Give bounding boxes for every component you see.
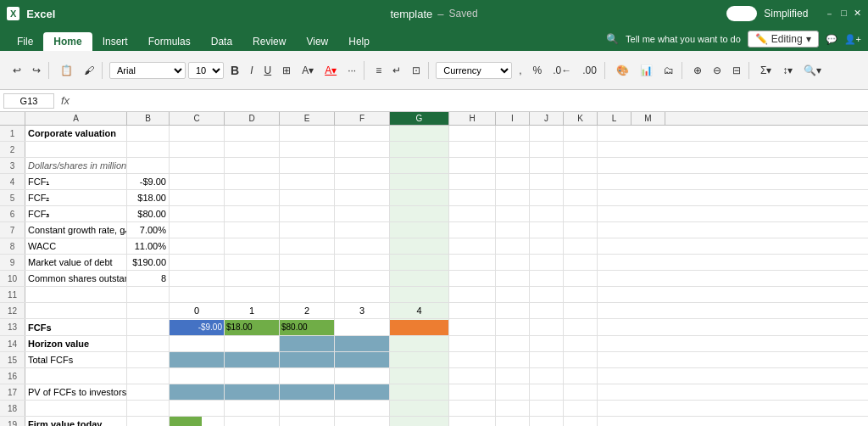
- cell-b2[interactable]: [127, 142, 170, 157]
- cell-g1[interactable]: [390, 126, 449, 141]
- cell-g17[interactable]: [390, 384, 449, 400]
- cell-i19[interactable]: [496, 417, 530, 426]
- tab-data[interactable]: Data: [201, 32, 242, 51]
- conditional-format-button[interactable]: 🎨: [612, 62, 633, 79]
- undo-button[interactable]: ↩: [8, 62, 25, 79]
- cell-h12[interactable]: [449, 303, 496, 318]
- cell-j9[interactable]: [530, 255, 564, 270]
- cell-a15[interactable]: Total FCFs: [25, 352, 127, 367]
- cell-j14[interactable]: [530, 336, 564, 351]
- cell-b7[interactable]: 7.00%: [127, 222, 170, 238]
- cell-d9[interactable]: [225, 255, 280, 270]
- cell-c17[interactable]: [170, 384, 225, 400]
- cell-c7[interactable]: [170, 222, 225, 238]
- simplified-toggle[interactable]: [726, 6, 757, 21]
- more-button[interactable]: ···: [343, 62, 360, 79]
- cell-h4[interactable]: [449, 174, 496, 189]
- fill-color-button[interactable]: A▾: [298, 62, 318, 79]
- cell-b15[interactable]: [127, 352, 170, 367]
- col-header-c[interactable]: C: [170, 112, 225, 125]
- cell-e4[interactable]: [280, 174, 335, 189]
- cell-i13[interactable]: [496, 319, 530, 335]
- cell-g7[interactable]: [390, 222, 449, 238]
- cell-k11[interactable]: [564, 287, 598, 302]
- tab-file[interactable]: File: [7, 32, 43, 51]
- cell-h18[interactable]: [449, 401, 496, 416]
- cell-b6[interactable]: $80.00: [127, 206, 170, 221]
- cell-k14[interactable]: [564, 336, 598, 351]
- cell-k13[interactable]: [564, 319, 598, 335]
- cell-j18[interactable]: [530, 401, 564, 416]
- merge-button[interactable]: ⊡: [408, 62, 425, 79]
- cell-b3[interactable]: [127, 158, 170, 173]
- cell-d18[interactable]: [225, 401, 280, 416]
- cell-i1[interactable]: [496, 126, 530, 141]
- cell-e17[interactable]: [280, 384, 335, 400]
- cell-f1[interactable]: [335, 126, 390, 141]
- cell-h5[interactable]: [449, 190, 496, 205]
- cell-d8[interactable]: [225, 238, 280, 254]
- cell-i14[interactable]: [496, 336, 530, 351]
- cell-f4[interactable]: [335, 174, 390, 189]
- cell-e16[interactable]: [280, 368, 335, 384]
- cell-k18[interactable]: [564, 401, 598, 416]
- cell-b19[interactable]: [127, 417, 170, 426]
- cell-e12[interactable]: 2: [280, 303, 335, 318]
- share-icon[interactable]: 👤+: [844, 34, 861, 45]
- cell-i18[interactable]: [496, 401, 530, 416]
- sort-button[interactable]: ↕▾: [778, 62, 797, 79]
- cell-b1[interactable]: [127, 126, 170, 141]
- cell-g18[interactable]: [390, 401, 449, 416]
- cell-h14[interactable]: [449, 336, 496, 351]
- cell-a10[interactable]: Common shares outstanding: [25, 271, 127, 286]
- cell-e8[interactable]: [280, 238, 335, 254]
- cell-k5[interactable]: [564, 190, 598, 205]
- cell-f2[interactable]: [335, 142, 390, 157]
- cell-d5[interactable]: [225, 190, 280, 205]
- cell-c4[interactable]: [170, 174, 225, 189]
- cell-f10[interactable]: [335, 271, 390, 286]
- cell-b12[interactable]: [127, 303, 170, 318]
- cell-h6[interactable]: [449, 206, 496, 221]
- cell-c2[interactable]: [170, 142, 225, 157]
- col-header-e[interactable]: E: [280, 112, 335, 125]
- cell-c14[interactable]: [170, 336, 225, 351]
- cell-j3[interactable]: [530, 158, 564, 173]
- cell-e3[interactable]: [280, 158, 335, 173]
- cell-g6[interactable]: [390, 206, 449, 221]
- cell-f19[interactable]: [335, 417, 390, 426]
- tab-help[interactable]: Help: [338, 32, 380, 51]
- cell-i2[interactable]: [496, 142, 530, 157]
- cell-d3[interactable]: [225, 158, 280, 173]
- cell-d19[interactable]: [225, 417, 280, 426]
- col-header-l[interactable]: L: [598, 112, 632, 125]
- cell-a14[interactable]: Horizon value: [25, 336, 127, 351]
- cell-d17[interactable]: [225, 384, 280, 400]
- col-header-a[interactable]: A: [25, 112, 127, 125]
- formula-input[interactable]: [76, 94, 865, 108]
- cell-j15[interactable]: [530, 352, 564, 367]
- tab-review[interactable]: Review: [242, 32, 296, 51]
- cell-j11[interactable]: [530, 287, 564, 302]
- cell-h1[interactable]: [449, 126, 496, 141]
- cell-a2[interactable]: [25, 142, 127, 157]
- cell-c3[interactable]: [170, 158, 225, 173]
- cell-e2[interactable]: [280, 142, 335, 157]
- cell-a5[interactable]: FCF₂: [25, 190, 127, 205]
- underline-button[interactable]: U: [259, 62, 275, 79]
- col-header-j[interactable]: J: [530, 112, 564, 125]
- cell-g3[interactable]: [390, 158, 449, 173]
- cell-g16[interactable]: [390, 368, 449, 384]
- cell-d4[interactable]: [225, 174, 280, 189]
- tab-insert[interactable]: Insert: [92, 32, 138, 51]
- cell-c6[interactable]: [170, 206, 225, 221]
- cell-i8[interactable]: [496, 238, 530, 254]
- cell-e15[interactable]: [280, 352, 335, 367]
- cell-a18[interactable]: [25, 401, 127, 416]
- col-header-f[interactable]: F: [335, 112, 390, 125]
- cell-e14[interactable]: [280, 336, 335, 351]
- cell-d15[interactable]: [225, 352, 280, 367]
- cell-f5[interactable]: [335, 190, 390, 205]
- cell-b10[interactable]: 8: [127, 271, 170, 286]
- cell-j8[interactable]: [530, 238, 564, 254]
